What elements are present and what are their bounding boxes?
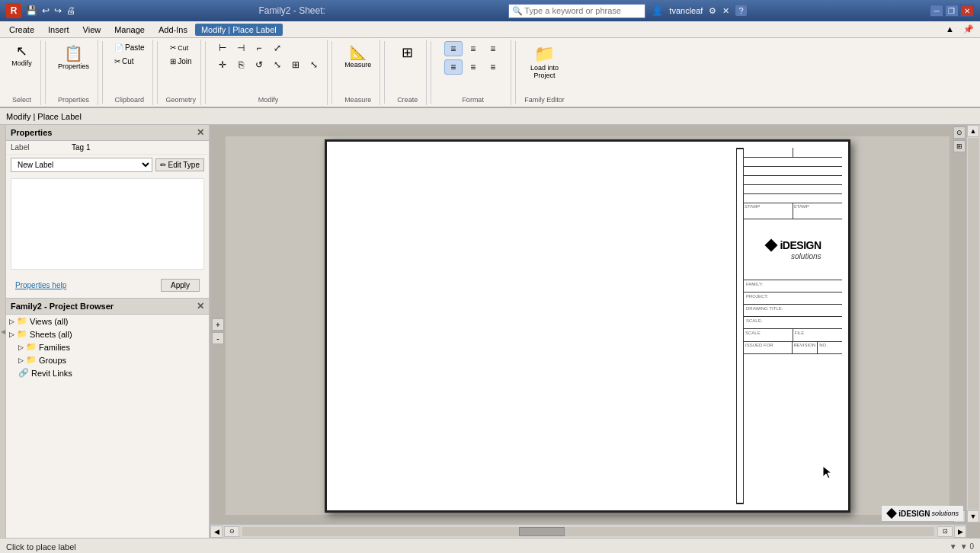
- scroll-track-h: [242, 527, 934, 536]
- close-info-icon[interactable]: ✕: [722, 6, 729, 16]
- edit-type-icon: ✏: [160, 161, 166, 169]
- tree-sheets[interactable]: ▷ 📁 Sheets (all): [6, 328, 209, 340]
- tree-groups[interactable]: ▷ 📁 Groups: [6, 353, 209, 366]
- measure-button[interactable]: 📐 Measure: [341, 41, 375, 72]
- statusbar: Click to place label ▼ ▼ 0: [0, 538, 980, 553]
- bottom-right-logo: iDESIGN solutions: [882, 506, 963, 521]
- menu-manage[interactable]: Manage: [108, 24, 151, 36]
- menu-create[interactable]: Create: [3, 24, 40, 36]
- menu-view[interactable]: View: [77, 24, 107, 36]
- valign-middle-button[interactable]: ≡: [464, 59, 482, 75]
- title-block: STAMP STAMP iDESIGN: [743, 148, 842, 504]
- status-right: ▼ ▼ 0: [950, 542, 974, 551]
- mirror-button[interactable]: ⤡: [269, 58, 286, 72]
- align-center-button[interactable]: ≡: [464, 41, 482, 56]
- zoom-in-button[interactable]: +: [212, 318, 224, 331]
- pin-ribbon-icon[interactable]: 📌: [960, 23, 977, 36]
- help-icon[interactable]: ?: [735, 5, 746, 16]
- edit-type-button[interactable]: ✏ Edit Type: [155, 158, 204, 171]
- expand-ribbon-icon[interactable]: ▲: [943, 23, 957, 36]
- join-button[interactable]: ⊞ Join: [167, 55, 194, 68]
- create-button[interactable]: ⊞: [396, 41, 420, 64]
- ribbon-group-measure: 📐 Measure Measure: [336, 40, 380, 105]
- undo-icon[interactable]: ↩: [42, 5, 50, 16]
- minimize-button[interactable]: ─: [930, 5, 943, 17]
- menu-modify[interactable]: Modify | Place Label: [195, 24, 283, 36]
- modify-button[interactable]: ↖ Modify: [8, 41, 36, 70]
- project-browser-header[interactable]: Family2 - Project Browser ✕: [6, 299, 209, 315]
- align-left-button[interactable]: ≡: [444, 41, 463, 56]
- project-browser-close-button[interactable]: ✕: [197, 301, 204, 312]
- cut-button[interactable]: ✂ Cut: [111, 55, 137, 68]
- save-icon[interactable]: 💾: [26, 5, 37, 16]
- copy-button[interactable]: ⎘: [232, 58, 249, 72]
- rotate-button[interactable]: ↺: [251, 58, 267, 72]
- split-button[interactable]: ⊣: [232, 41, 249, 56]
- load-into-project-button[interactable]: 📁 Load into Project: [527, 41, 562, 82]
- valign-top-button[interactable]: ≡: [444, 59, 463, 75]
- canvas-area[interactable]: + - ⊙ ⊞ ≡ ▲ ▼: [210, 125, 980, 538]
- valign-top-icon: ≡: [450, 62, 456, 72]
- settings-icon[interactable]: ⚙: [709, 6, 716, 16]
- redo-icon[interactable]: ↪: [54, 5, 62, 16]
- type-label: Label: [11, 143, 72, 152]
- properties-close-button[interactable]: ✕: [197, 127, 204, 138]
- no-cell: NO.: [818, 342, 842, 353]
- scroll-left-button[interactable]: ◀: [210, 526, 223, 538]
- search-bar[interactable]: 🔍: [508, 4, 645, 18]
- modify-group-label: Modify: [258, 94, 279, 104]
- cut-geometry-icon: ✂: [170, 43, 176, 52]
- zoom-out-button[interactable]: -: [212, 332, 224, 344]
- scroll-up-button[interactable]: ▲: [967, 125, 979, 137]
- project-browser-title: Family2 - Project Browser: [11, 302, 114, 311]
- create-group-label: Create: [397, 94, 418, 104]
- tree-views[interactable]: ▷ 📁 Views (all): [6, 315, 209, 328]
- restore-button[interactable]: ❐: [945, 5, 959, 17]
- trim-button[interactable]: ⌐: [251, 41, 267, 56]
- zoom-region-button[interactable]: ⊞: [953, 140, 966, 152]
- offset-button[interactable]: ⤢: [269, 41, 286, 56]
- scroll-thumb-h[interactable]: [519, 527, 565, 536]
- left-panel-collapse[interactable]: ◀: [0, 125, 6, 538]
- menu-insert[interactable]: Insert: [42, 24, 75, 36]
- vertical-scrollbar[interactable]: ▲ ▼: [966, 125, 980, 523]
- app-icon: R: [6, 3, 21, 18]
- project-browser: Family2 - Project Browser ✕ ▷ 📁 Views (a…: [6, 299, 209, 538]
- zoom-fit-button[interactable]: ⊙: [953, 126, 966, 139]
- family-editor-group-label: Family Editor: [524, 94, 565, 104]
- array-icon: ⊞: [292, 60, 299, 69]
- filter-icon[interactable]: ▼: [950, 542, 957, 551]
- paste-button[interactable]: 📄 Paste: [111, 41, 148, 54]
- scroll-down-button[interactable]: ▼: [967, 510, 979, 523]
- properties-help-link[interactable]: Properties help: [11, 278, 71, 292]
- trim-icon: ⌐: [257, 43, 262, 53]
- align-right-button[interactable]: ≡: [484, 41, 502, 56]
- issued-for-cell: ISSUED FOR: [744, 342, 793, 353]
- cut-geometry-button[interactable]: ✂ Cut: [167, 41, 191, 54]
- scale-button[interactable]: ⤡: [306, 58, 322, 72]
- scroll-track: [968, 138, 979, 510]
- close-button[interactable]: ✕: [960, 5, 974, 17]
- search-input[interactable]: [524, 6, 631, 15]
- scroll-page-icon[interactable]: ⊡: [937, 526, 953, 537]
- scroll-right-button[interactable]: ▶: [954, 526, 966, 538]
- move-button[interactable]: ✛: [214, 58, 231, 72]
- properties-button[interactable]: 📋 Properties: [54, 41, 93, 73]
- apply-button[interactable]: Apply: [161, 279, 200, 292]
- valign-bottom-button[interactable]: ≡: [484, 59, 502, 75]
- horizontal-scrollbar[interactable]: ◀ ⊙ ⊡ ▶: [210, 524, 966, 538]
- ribbon-group-geometry: ✂ Cut ⊞ Join Geometry: [162, 40, 202, 105]
- type-dropdown[interactable]: New Label: [11, 158, 152, 172]
- logo-text: iDESIGN: [764, 238, 821, 252]
- print-icon[interactable]: 🖨: [66, 5, 75, 16]
- tree-families[interactable]: ▷ 📁 Families: [6, 340, 209, 353]
- breadcrumb-text: Modify | Place Label: [6, 112, 82, 121]
- tree-revit-links[interactable]: 🔗 Revit Links: [6, 366, 209, 379]
- align-button[interactable]: ⊢: [214, 41, 231, 56]
- scroll-nav-icon[interactable]: ⊙: [224, 526, 239, 537]
- drawing-canvas: STAMP STAMP iDESIGN: [226, 136, 950, 515]
- menu-addins[interactable]: Add-Ins: [152, 24, 194, 36]
- array-button[interactable]: ⊞: [287, 58, 304, 72]
- valign-bottom-icon: ≡: [490, 62, 495, 72]
- properties-panel-header[interactable]: Properties ✕: [6, 125, 209, 141]
